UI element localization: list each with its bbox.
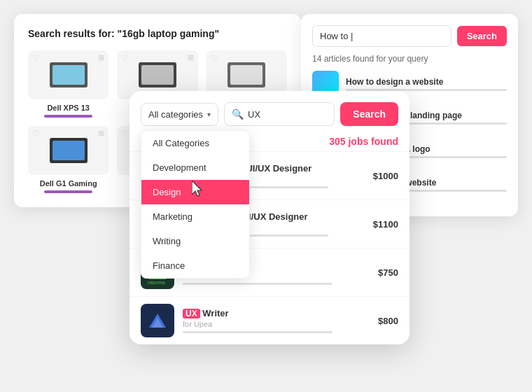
job-title: UX Writer [183, 308, 370, 318]
product-name: Dell XPS 13 [28, 104, 108, 112]
job-logo [141, 304, 174, 337]
job-salary: $750 [378, 267, 398, 278]
wishlist-icon[interactable]: ♡ [211, 53, 218, 63]
product-rating-bar [44, 115, 92, 118]
article-found-text: 14 articles found for your query [312, 54, 507, 64]
product-search-title: Search results for: "16gb laptop gaming" [28, 28, 287, 39]
ux-badge: UX [183, 309, 200, 318]
job-salary: $800 [378, 316, 398, 326]
wishlist-icon[interactable]: ♡ [121, 53, 129, 63]
dropdown-item-design[interactable]: Design [141, 180, 249, 204]
dropdown-item-finance[interactable]: Finance [141, 253, 249, 278]
product-rating-bar [44, 190, 92, 193]
product-item: ♡ ⊞ Dell XPS 13 [28, 50, 108, 118]
dropdown-item-all-categories[interactable]: All Categories [141, 131, 249, 155]
upea-logo-icon [145, 308, 170, 333]
job-skill-bar [183, 331, 332, 333]
compare-icon[interactable]: ⊞ [188, 53, 194, 62]
article-title: How to design a website [346, 77, 507, 87]
jobs-search-bar: All categories ▾ 🔍 Search [130, 91, 410, 126]
jobs-search-card: All categories ▾ 🔍 Search All Categories… [130, 91, 410, 344]
search-icon: 🔍 [232, 108, 244, 120]
product-item: ♡ ⊞ Dell G1 Gaming [28, 126, 108, 193]
compare-icon[interactable]: ⊞ [98, 53, 104, 62]
job-skill-bar [183, 283, 332, 285]
job-search-button[interactable]: Search [340, 102, 398, 126]
dropdown-item-writing[interactable]: Writing [141, 229, 249, 253]
dropdown-item-marketing[interactable]: Marketing [141, 204, 249, 229]
article-search-button[interactable]: Search [457, 26, 507, 46]
job-title-text: Writer [202, 308, 228, 318]
article-search-input[interactable] [312, 25, 451, 47]
job-company: for Upea [183, 320, 370, 328]
job-salary: $1100 [373, 219, 398, 230]
product-image: ♡ ⊞ [28, 50, 108, 99]
svg-text:CREATIVE: CREATIVE [148, 281, 166, 285]
compare-icon[interactable]: ⊞ [98, 129, 104, 138]
product-image: ♡ ⊞ [28, 126, 108, 175]
job-search-input[interactable] [248, 109, 327, 120]
job-salary: $1000 [373, 171, 398, 181]
category-dropdown[interactable]: All categories ▾ [141, 103, 218, 126]
wishlist-icon[interactable]: ♡ [32, 53, 40, 63]
wishlist-icon[interactable]: ♡ [121, 129, 129, 139]
category-label: All categories [148, 109, 203, 120]
chevron-down-icon: ▾ [207, 111, 211, 118]
article-text: How to design a website [346, 77, 507, 91]
dropdown-item-development[interactable]: Development [141, 155, 249, 180]
search-input-wrap: 🔍 [224, 102, 335, 126]
article-search-bar: Search [312, 25, 507, 47]
jobs-count: 305 jobs found [329, 136, 398, 147]
job-info: UX Writer for Upea [183, 308, 370, 333]
job-item[interactable]: UX Writer for Upea $800 [130, 296, 410, 344]
category-dropdown-menu: All Categories Development Design Market… [141, 130, 250, 279]
wishlist-icon[interactable]: ♡ [32, 129, 40, 139]
product-name: Dell G1 Gaming [28, 179, 108, 188]
